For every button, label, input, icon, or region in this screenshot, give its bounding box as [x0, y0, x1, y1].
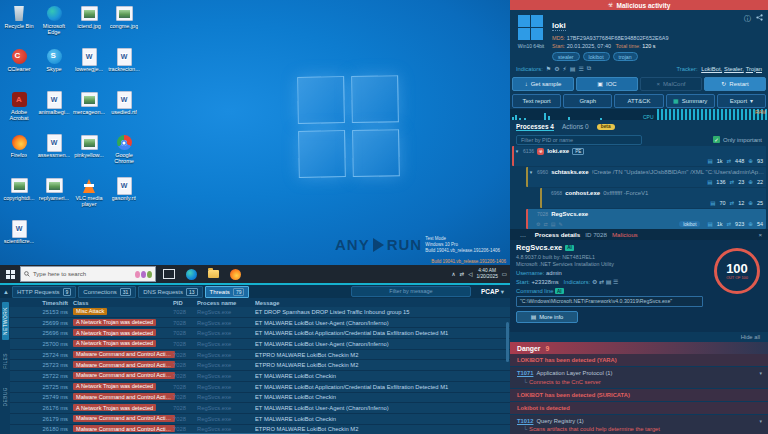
indicator-icon[interactable]: ⚙ [554, 65, 559, 72]
side-tab-network[interactable]: NETWORK [2, 302, 9, 340]
tab-dns-requests[interactable]: DNS Requests13 [138, 286, 202, 298]
indicator-icon[interactable]: ⧉ [587, 65, 591, 72]
indicator-icon[interactable]: ⚡ [563, 65, 567, 72]
share-icon[interactable] [756, 14, 763, 24]
technique-id-link[interactable]: T1012 [517, 418, 533, 424]
more-info-button[interactable]: ▤ More info [516, 311, 578, 323]
tab-threats[interactable]: Threats79 [205, 286, 250, 298]
danger-section-header[interactable]: Danger 9 [510, 342, 768, 354]
taskbar-clock[interactable]: 4:40 AM 1/20/2025 [476, 268, 497, 280]
desktop-icon-recycle-bin[interactable]: Recycle Bin [2, 3, 36, 46]
detail-indicator-icon[interactable]: ⚙ [592, 279, 599, 285]
desktop-icon-ccleaner[interactable]: CCleaner [2, 46, 36, 89]
table-row[interactable]: 25696 msA Network Trojan was detected702… [10, 328, 510, 339]
desktop-icon-gasonly-rtf[interactable]: gasonly.rtf [107, 175, 141, 218]
tab-processes[interactable]: Processes 4 [516, 123, 554, 131]
tray-volume-icon[interactable]: ◁ [468, 271, 472, 277]
expander-icon[interactable]: ▾ [528, 169, 534, 175]
tag-stealer[interactable]: stealer [552, 52, 580, 61]
tray-chevron-up-icon[interactable]: ∧ [452, 271, 456, 277]
desktop-icon-replyameri-[interactable]: replyameri... [37, 175, 71, 218]
table-row[interactable]: 25153 msMisc Attack7028RegSvcs.exeET DRO… [10, 307, 510, 318]
table-row[interactable]: 25749 msMalware Command and Control Acti… [10, 393, 510, 404]
process-row-loki.exe[interactable]: ▾6136☣loki.exePE▤1k⇄448⊕93 [512, 146, 766, 166]
tab-connections[interactable]: Connections31 [78, 286, 136, 298]
taskbar-edge-button[interactable] [182, 265, 200, 283]
table-row[interactable]: 26179 msMalware Command and Control Acti… [10, 414, 510, 425]
chevron-down-icon[interactable]: ▾ [759, 370, 762, 376]
table-row[interactable]: 25700 msA Network Trojan was detected702… [10, 339, 510, 350]
table-row[interactable]: 25724 msMalware Command and Control Acti… [10, 350, 510, 361]
cmdline-value[interactable]: "C:\Windows\Microsoft.NET\Framework\v4.0… [516, 296, 703, 307]
indicator-icon[interactable]: ⚑ [546, 65, 551, 72]
side-tab-debug[interactable]: DEBUG [2, 382, 9, 412]
desktop-icon-usedied-rtf[interactable]: usedied.rtf [107, 89, 141, 132]
desktop-icon-scientificre-[interactable]: scientificre... [2, 218, 36, 261]
desktop-icon-assessmen-[interactable]: assessmen... [37, 132, 71, 175]
export-button[interactable]: Export▾ [717, 94, 766, 108]
close-icon[interactable]: × [758, 231, 762, 238]
chevron-down-icon[interactable]: ▾ [759, 418, 762, 424]
summary-button[interactable]: ▦Summary [666, 94, 715, 108]
desktop-icon-skype[interactable]: Skype [37, 46, 71, 89]
desktop-icon-congme-jpg[interactable]: congme.jpg [107, 3, 141, 46]
desktop-icon-pinkyellow-[interactable]: pinkyellow... [72, 132, 106, 175]
desktop-icon-google-chrome[interactable]: Google Chrome [107, 132, 141, 175]
desktop-icon-microsoft-edge[interactable]: Microsoft Edge [37, 3, 71, 46]
detection-tag[interactable]: lokibot [679, 221, 700, 227]
process-row-schtasks.exe[interactable]: ▾6960schtasks.exe/Create /TN "Updates\JO… [526, 167, 766, 187]
process-action-icon[interactable]: ⚙ [536, 221, 540, 227]
danger-technique-item[interactable]: T1012Query Registry (1)▾└Scans artifacts… [510, 415, 768, 434]
sample-title[interactable]: loki [552, 21, 566, 31]
ai-badge[interactable]: AI [565, 245, 574, 251]
pid-filter-input[interactable]: Filter by PID or name [516, 135, 642, 145]
side-tab-files[interactable]: FILES [2, 348, 9, 374]
table-row[interactable]: 25723 msMalware Command and Control Acti… [10, 360, 510, 371]
desktop-icon-firefox[interactable]: Firefox [2, 132, 36, 175]
danger-alert-item[interactable]: LOKIBOT has been detected (SURICATA) [510, 389, 768, 401]
desktop-icon-mercageon-[interactable]: mercageon... [72, 89, 106, 132]
search-highlight-flower-icon[interactable] [135, 271, 152, 278]
detail-indicator-icon[interactable]: ☰ [613, 279, 618, 285]
message-filter-input[interactable]: Filter by message [351, 286, 471, 297]
process-action-icon[interactable]: ▤ [551, 221, 556, 227]
technique-sub-item[interactable]: └Connects to the CnC server [517, 379, 761, 385]
action-center-icon[interactable]: ▭ [502, 271, 507, 277]
expander-icon[interactable]: ▾ [514, 148, 520, 154]
danger-technique-item[interactable]: T1071Application Layer Protocol (1)▾└Con… [510, 367, 768, 388]
tag-lokibot[interactable]: lokibot [583, 52, 610, 61]
ioc-button[interactable]: ▣IOC [576, 77, 638, 91]
process-action-icon[interactable]: ✎ [558, 221, 562, 227]
process-list-more[interactable]: ... [516, 232, 530, 237]
technique-sub-item[interactable]: └Scans artifacts that could help determi… [517, 426, 761, 432]
indicator-icon[interactable]: ▤ [570, 65, 576, 72]
taskbar-explorer-button[interactable] [204, 265, 222, 283]
att-ck-button[interactable]: ATT&CK [614, 94, 663, 108]
table-row[interactable]: 25699 msA Network Trojan was detected702… [10, 318, 510, 329]
desktop-icon-vlc-media-player[interactable]: VLC media player [72, 175, 106, 218]
taskbar-search-input[interactable]: Type here to search [20, 266, 156, 282]
detail-indicator-icon[interactable]: ▤ [606, 279, 613, 285]
hide-all-link[interactable]: Hide all [510, 332, 768, 342]
process-row-regsvcs.exe[interactable]: 7028RegSvcs.exe⚙⇄▤✎lokibot▤1k⇄923⊕54 [526, 209, 766, 229]
danger-alert-item[interactable]: LOKIBOT has been detected (YARA) [510, 354, 768, 366]
tracker-link-lokibot[interactable]: LokiBot, [701, 66, 722, 72]
tag-trojan[interactable]: trojan [613, 52, 638, 61]
tracker-link-trojan[interactable]: Trojan [746, 66, 762, 72]
technique-id-link[interactable]: T1071 [517, 370, 533, 376]
detail-indicator-icon[interactable]: ⇄ [599, 279, 606, 285]
restart-button[interactable]: ↻Restart [704, 77, 766, 91]
process-row-conhost.exe[interactable]: 6968conhost.exe0xffffffff -ForceV1▤70⇄12… [540, 188, 766, 208]
table-row[interactable]: 25725 msA Network Trojan was detected702… [10, 382, 510, 393]
table-row[interactable]: 25722 msMalware Command and Control Acti… [10, 371, 510, 382]
desktop-icon-adobe-acrobat[interactable]: Adobe Acrobat [2, 89, 36, 132]
table-row[interactable]: 26176 msA Network Trojan was detected702… [10, 403, 510, 414]
desktop-icon-trackrecion-[interactable]: trackrecion... [107, 46, 141, 89]
desktop-icon-copyrightdi-[interactable]: copyrightdi... [2, 175, 36, 218]
info-icon[interactable]: ⓘ [744, 14, 751, 24]
pcap-button[interactable]: PCAP ▾ [481, 288, 504, 296]
process-action-icon[interactable]: ⇄ [543, 221, 547, 227]
ai-badge[interactable]: AI [555, 288, 564, 294]
desktop-icon-ictend-jpg[interactable]: ictend.jpg [72, 3, 106, 46]
task-view-button[interactable] [160, 265, 178, 283]
